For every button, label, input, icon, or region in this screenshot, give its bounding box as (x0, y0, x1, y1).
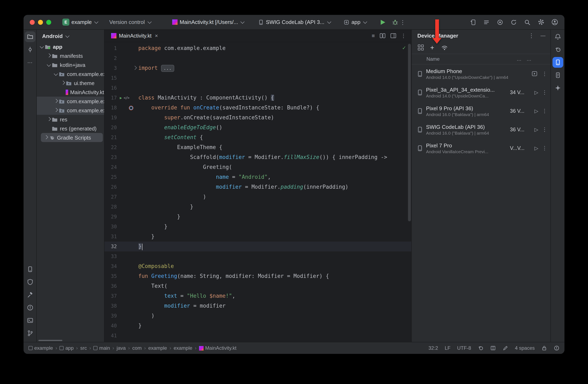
code-line[interactable]: 17▶</>class MainActivity : ComponentActi… (105, 93, 411, 103)
device-manager-tool-button[interactable] (552, 57, 563, 68)
code-line[interactable]: 37 text = "Hello $name!", (105, 291, 411, 301)
code-line[interactable]: 35fun Greeting(name: String, modifier: M… (105, 271, 411, 281)
breadcrumb-item[interactable]: MainActivity.kt (199, 345, 237, 351)
device-row[interactable]: Pixel 9 Pro (API 36)Android 16.0 ("Bakla… (411, 102, 550, 120)
commit-tool-button[interactable] (24, 44, 35, 55)
terminal-tool-button[interactable] (24, 315, 35, 326)
build-tool-button[interactable] (24, 289, 35, 300)
inspections-ok-icon[interactable]: ✓ (402, 45, 406, 51)
code-line[interactable]: 21 setContent { (105, 132, 411, 142)
breadcrumb-item[interactable]: src (80, 345, 87, 351)
split-editor-button[interactable] (379, 33, 385, 39)
code-line[interactable]: 36 Text( (105, 281, 411, 291)
code-line[interactable]: 3import ... (105, 63, 411, 73)
breadcrumb-item[interactable]: com (132, 345, 142, 351)
device-explorer-tool-button[interactable] (552, 70, 563, 81)
tab-list-button[interactable]: ≡ (372, 33, 375, 39)
minimize-window-button[interactable] (38, 20, 43, 24)
start-device-button[interactable]: ▷ (531, 108, 541, 114)
running-devices-tool-button[interactable] (24, 264, 35, 275)
write-access-button[interactable] (541, 345, 547, 351)
close-tab-button[interactable]: × (155, 33, 158, 39)
start-device-button[interactable]: ▷ (531, 89, 541, 95)
code-line[interactable]: 16 (105, 83, 411, 93)
line-separator-widget[interactable]: LF (445, 345, 450, 351)
code-line[interactable]: 30 } (105, 222, 411, 232)
code-line[interactable]: 23 Scaffold(modifier = Modifier.fillMaxS… (105, 152, 411, 162)
device-row[interactable]: SWIG CodeLab (API 36)Android 16.0 ("Bakl… (411, 120, 550, 139)
device-row[interactable]: Pixel_3a_API_34_extensio...Android 14.0 … (411, 83, 550, 102)
scrollbar-thumb[interactable] (408, 44, 411, 221)
tree-item[interactable]: com.example.example (37, 106, 104, 115)
chevron-right-icon[interactable] (43, 134, 49, 141)
code-line[interactable]: 18 override fun onCreate(savedInstanceSt… (105, 103, 411, 113)
tree-item[interactable]: Gradle Scripts (41, 133, 103, 142)
device-menu-button[interactable]: ⋮ (541, 108, 548, 114)
code-line[interactable]: 33 (105, 252, 411, 261)
chevron-right-icon[interactable] (46, 53, 52, 59)
code-editor[interactable]: 1package com.example.example23import ...… (105, 42, 411, 342)
code-line[interactable]: 25 name = "Android", (105, 172, 411, 182)
chevron-right-icon[interactable] (53, 107, 59, 113)
vcs-widget[interactable]: Version control (107, 18, 154, 26)
group-devices-button[interactable] (418, 44, 423, 50)
breadcrumb-item[interactable]: java (117, 345, 126, 351)
tree-item[interactable]: app (37, 42, 104, 51)
device-menu-button[interactable]: ⋮ (541, 71, 548, 77)
tree-item[interactable]: res (37, 115, 104, 124)
code-line[interactable]: 20 enableEdgeToEdge() (105, 123, 411, 132)
project-view-selector[interactable]: Android (37, 30, 104, 42)
override-marker-icon[interactable] (129, 106, 133, 110)
close-window-button[interactable] (30, 20, 35, 24)
problems-tool-button[interactable] (24, 302, 35, 313)
code-line[interactable]: 1package com.example.example (105, 43, 411, 53)
version-control-tool-button[interactable] (24, 328, 35, 339)
reader-mode-button[interactable] (490, 345, 496, 351)
tree-item[interactable]: manifests (37, 51, 104, 60)
code-line[interactable]: 26 modifier = Modifier.padding(innerPadd… (105, 182, 411, 192)
column-name[interactable]: Name (426, 56, 440, 62)
device-row[interactable]: Pixel 7 ProAndroid VanillaIceCream Previ… (411, 139, 550, 157)
code-line[interactable]: 40} (105, 321, 411, 331)
code-line[interactable]: 27 ) (105, 192, 411, 202)
breadcrumb-item[interactable]: example (148, 345, 167, 351)
gradle-tool-button[interactable] (552, 44, 563, 55)
tree-item[interactable]: com.example.example (37, 97, 104, 106)
code-line[interactable]: 38 modifier = modifier (105, 301, 411, 311)
project-tool-button[interactable] (24, 31, 35, 42)
code-line[interactable]: 2 (105, 53, 411, 63)
debug-button[interactable] (392, 19, 399, 25)
gradle-status-button[interactable] (478, 345, 483, 351)
play-policy-tool-button[interactable] (24, 277, 35, 287)
tree-item[interactable]: MainActivity.kt (37, 87, 104, 97)
code-line[interactable]: 32} (105, 242, 411, 252)
chevron-right-icon[interactable] (46, 116, 52, 122)
settings-button[interactable] (536, 17, 546, 27)
fold-chevron-icon[interactable] (133, 66, 136, 70)
device-menu-button[interactable]: ⋮ (541, 126, 548, 132)
breadcrumb-item[interactable]: example (174, 345, 192, 351)
search-everywhere-button[interactable] (522, 17, 532, 27)
chevron-down-icon[interactable] (46, 62, 52, 68)
tab-mainactivity[interactable]: MainActivity.kt × (107, 30, 162, 42)
code-line[interactable]: 31 } (105, 232, 411, 242)
editor-layout-button[interactable] (390, 33, 396, 39)
tree-item[interactable]: ui.theme (37, 78, 104, 87)
column-api[interactable]: … (517, 56, 522, 62)
panel-options-button[interactable]: ⋮ (527, 32, 536, 39)
horizontal-scrollbar[interactable] (38, 340, 62, 341)
zoom-window-button[interactable] (46, 20, 51, 24)
more-run-actions-button[interactable]: ⋮ (399, 19, 407, 25)
hide-panel-button[interactable]: — (541, 33, 546, 38)
code-line[interactable]: 29 } (105, 212, 411, 222)
start-device-button[interactable]: ▷ (531, 127, 541, 132)
logcat-button[interactable] (482, 17, 491, 27)
column-type[interactable]: … (526, 56, 531, 62)
chevron-right-icon[interactable] (53, 98, 59, 104)
start-device-button[interactable]: ▷ (531, 145, 541, 151)
chevron-right-icon[interactable] (60, 80, 66, 86)
breadcrumb-item[interactable]: app (60, 345, 74, 351)
code-line[interactable]: 24 Greeting( (105, 162, 411, 172)
run-button[interactable] (381, 20, 385, 24)
highlighting-level-button[interactable] (503, 345, 508, 351)
